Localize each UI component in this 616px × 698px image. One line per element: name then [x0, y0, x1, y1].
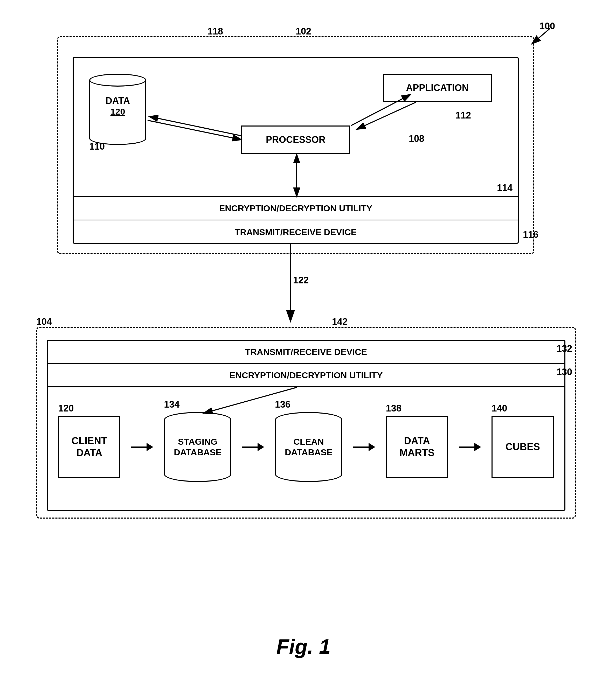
processor-box: PROCESSOR	[241, 125, 350, 154]
arrow-1	[131, 443, 153, 451]
enc-trans-container: ENCRYPTION/DECRYPTION UTILITY TRANSMIT/R…	[74, 196, 518, 243]
bottom-encryption-label: ENCRYPTION/DECRYPTION UTILITY	[230, 370, 383, 381]
cubes-box: CUBES	[492, 416, 554, 478]
transmit-row: TRANSMIT/RECEIVE DEVICE	[74, 220, 518, 244]
cyl-top-ellipse	[89, 74, 146, 87]
bottom-encryption-row: ENCRYPTION/DECRYPTION UTILITY	[48, 364, 564, 387]
data-marts-box: DATA MARTS	[386, 416, 448, 478]
data-cylinder: DATA 120	[89, 74, 146, 145]
ref-120-client: 120	[58, 403, 74, 414]
ref-118: 118	[207, 26, 223, 37]
ref-112: 112	[455, 110, 471, 121]
staging-db-label: STAGING DATABASE	[165, 436, 230, 458]
svg-line-4	[356, 102, 416, 129]
fig-title: Fig. 1	[276, 635, 331, 658]
data-ref-label: 120	[110, 106, 125, 117]
ref-134: 134	[164, 399, 179, 410]
ref-108: 108	[409, 133, 424, 144]
staging-db-item: 134 STAGING DATABASE	[164, 412, 231, 482]
ref-132: 132	[557, 343, 572, 354]
top-inner-box: DATA 120 110 APPLICATION PROCESSOR 108 1…	[73, 57, 519, 244]
data-marts-label: DATA MARTS	[387, 435, 447, 459]
ref-104: 104	[36, 316, 52, 327]
processor-label: PROCESSOR	[266, 134, 326, 145]
ref-138: 138	[386, 403, 401, 414]
ref-110: 110	[89, 141, 105, 152]
ref-100: 100	[539, 21, 555, 32]
ref-116: 116	[523, 229, 538, 240]
staging-bottom	[164, 466, 231, 482]
cubes-item: 140 CUBES	[492, 416, 554, 478]
ref-114: 114	[497, 183, 512, 193]
ref-140: 140	[492, 403, 507, 414]
clean-db-item: 136 CLEAN DATABASE	[275, 412, 342, 482]
flow-row: 120 CLIENT DATA 134 STAGING DATABASE	[53, 393, 559, 501]
transmit-label: TRANSMIT/RECEIVE DEVICE	[235, 227, 357, 238]
client-data-box: CLIENT DATA	[58, 416, 120, 478]
application-box: APPLICATION	[383, 74, 492, 102]
svg-line-2	[149, 116, 242, 136]
arrow-3	[353, 443, 375, 451]
data-label: DATA	[106, 95, 130, 106]
cubes-label: CUBES	[506, 441, 540, 453]
bottom-transmit-label: TRANSMIT/RECEIVE DEVICE	[245, 347, 367, 357]
arrow-4	[459, 443, 481, 451]
ref-142: 142	[332, 316, 347, 327]
encryption-label: ENCRYPTION/DECRYPTION UTILITY	[219, 203, 372, 214]
bottom-inner-box: TRANSMIT/RECEIVE DEVICE ENCRYPTION/DECRY…	[47, 340, 565, 511]
ref-122: 122	[293, 275, 309, 286]
bottom-trans-enc-container: TRANSMIT/RECEIVE DEVICE ENCRYPTION/DECRY…	[48, 341, 564, 387]
client-data-item: 120 CLIENT DATA	[58, 416, 120, 478]
svg-line-1	[148, 120, 242, 140]
staging-body: STAGING DATABASE	[164, 420, 231, 466]
cyl-body: DATA 120	[89, 80, 146, 132]
fig-label: Fig. 1	[276, 635, 331, 659]
ref-130: 130	[557, 367, 572, 378]
ref-102: 102	[296, 26, 311, 37]
bottom-transmit-row: TRANSMIT/RECEIVE DEVICE	[48, 341, 564, 364]
arrow-2	[242, 443, 264, 451]
encryption-row: ENCRYPTION/DECRYPTION UTILITY	[74, 197, 518, 220]
clean-bottom	[275, 466, 342, 482]
clean-db-label: CLEAN DATABASE	[276, 436, 341, 458]
application-label: APPLICATION	[406, 82, 468, 93]
client-data-label: CLIENT DATA	[59, 435, 119, 459]
diagram-container: 100 102 118 DATA 120 110 APPLICATION PRO…	[31, 16, 576, 664]
ref-136: 136	[275, 399, 290, 410]
data-marts-item: 138 DATA MARTS	[386, 416, 448, 478]
clean-body: CLEAN DATABASE	[275, 420, 342, 466]
